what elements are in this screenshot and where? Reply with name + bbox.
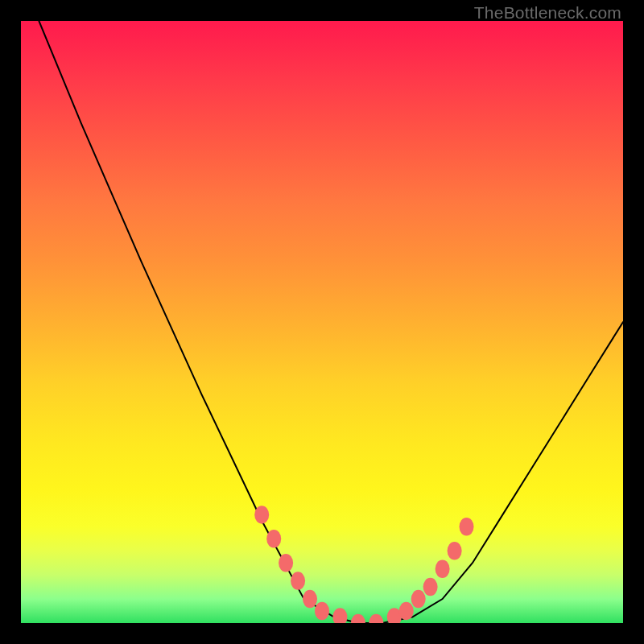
chart-svg: [21, 21, 623, 623]
bottleneck-curve: [39, 21, 623, 623]
highlight-dot: [460, 518, 474, 536]
plot-area: [21, 21, 623, 623]
highlight-dot: [254, 506, 269, 524]
highlight-dot: [332, 608, 347, 623]
highlight-dot: [436, 559, 450, 578]
highlight-dot: [351, 614, 365, 623]
highlight-dot: [291, 572, 305, 590]
highlight-dots: [254, 506, 473, 623]
highlight-dot: [266, 530, 281, 548]
highlight-dot: [315, 602, 329, 621]
watermark-text: TheBottleneck.com: [474, 3, 621, 23]
highlight-dot: [448, 542, 462, 560]
chart-frame: TheBottleneck.com: [0, 0, 644, 644]
highlight-dot: [303, 590, 317, 609]
highlight-dot: [411, 590, 426, 609]
highlight-dot: [399, 602, 414, 621]
highlight-dot: [369, 614, 383, 623]
highlight-dot: [279, 554, 293, 572]
highlight-dot: [423, 578, 438, 597]
